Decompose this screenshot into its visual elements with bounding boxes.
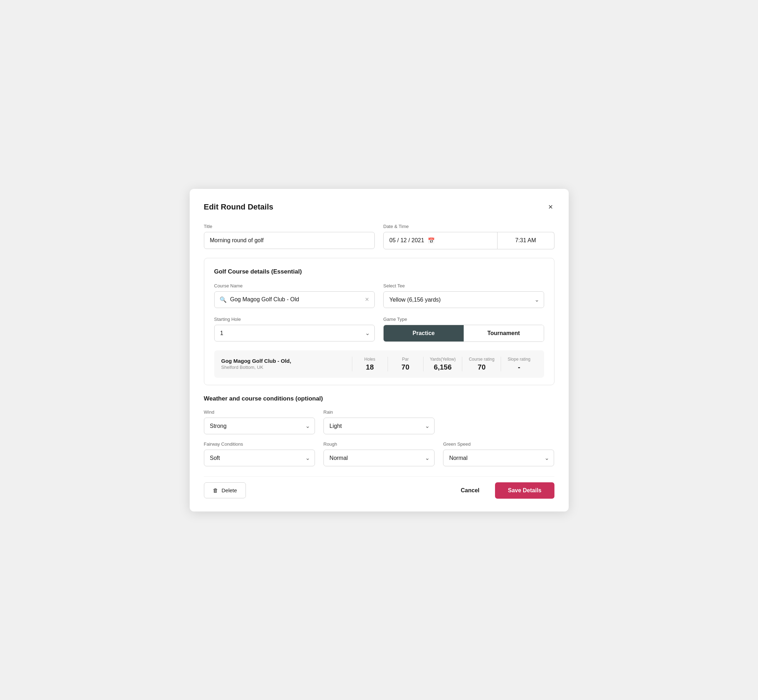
select-tee-label: Select Tee bbox=[383, 283, 544, 289]
course-info-name-block: Gog Magog Golf Club - Old, Shelford Bott… bbox=[221, 358, 352, 370]
starting-hole-group: Starting Hole 1 2 10 ⌄ bbox=[214, 317, 375, 342]
fairway-select-wrap: Soft Normal Hard ⌄ bbox=[204, 450, 315, 466]
select-tee-group: Select Tee Yellow (6,156 yards) White Re… bbox=[383, 283, 544, 308]
course-info-location: Shelford Bottom, UK bbox=[221, 364, 352, 370]
green-speed-group: Green Speed Slow Normal Fast ⌄ bbox=[443, 441, 554, 466]
datetime-group: Date & Time 05 / 12 / 2021 📅 7:31 AM bbox=[383, 224, 554, 249]
fairway-select[interactable]: Soft Normal Hard bbox=[204, 450, 315, 466]
par-stat: Par 70 bbox=[388, 357, 423, 371]
title-input[interactable] bbox=[204, 232, 375, 249]
golf-section-title: Golf Course details (Essential) bbox=[214, 268, 544, 275]
holes-value: 18 bbox=[366, 363, 374, 371]
holes-stat: Holes 18 bbox=[352, 357, 388, 371]
date-value: 05 / 12 / 2021 bbox=[389, 237, 424, 244]
fairway-label: Fairway Conditions bbox=[204, 441, 315, 447]
modal-title: Edit Round Details bbox=[204, 202, 274, 212]
course-rating-label: Course rating bbox=[469, 357, 494, 362]
search-icon: 🔍 bbox=[219, 296, 227, 303]
rough-select-wrap: Soft Normal Hard ⌄ bbox=[324, 450, 434, 466]
footer-row: 🗑 Delete Cancel Save Details bbox=[204, 476, 554, 499]
calendar-icon: 📅 bbox=[428, 237, 435, 244]
rough-label: Rough bbox=[324, 441, 434, 447]
delete-button[interactable]: 🗑 Delete bbox=[204, 482, 246, 498]
slope-rating-label: Slope rating bbox=[507, 357, 530, 362]
time-input-wrap[interactable]: 7:31 AM bbox=[498, 232, 554, 249]
time-value: 7:31 AM bbox=[515, 237, 536, 244]
footer-right: Cancel Save Details bbox=[454, 482, 554, 499]
weather-title: Weather and course conditions (optional) bbox=[204, 395, 554, 402]
wind-select-wrap: Light Normal Strong ⌄ bbox=[204, 417, 315, 434]
clear-icon[interactable]: ✕ bbox=[365, 296, 370, 303]
starting-hole-wrap: 1 2 10 ⌄ bbox=[214, 325, 375, 341]
starting-hole-label: Starting Hole bbox=[214, 317, 375, 322]
course-name-input[interactable] bbox=[230, 296, 362, 303]
rough-group: Rough Soft Normal Hard ⌄ bbox=[324, 441, 434, 466]
save-button[interactable]: Save Details bbox=[495, 482, 554, 499]
edit-round-modal: Edit Round Details × Title Date & Time 0… bbox=[190, 189, 568, 511]
rain-select-wrap: None Light Normal Heavy ⌄ bbox=[324, 417, 434, 434]
green-speed-select[interactable]: Slow Normal Fast bbox=[443, 450, 554, 466]
date-input-wrap[interactable]: 05 / 12 / 2021 📅 bbox=[383, 232, 498, 249]
hole-gametype-row: Starting Hole 1 2 10 ⌄ Game Type Practic… bbox=[214, 317, 544, 342]
title-group: Title bbox=[204, 224, 375, 249]
green-speed-label: Green Speed bbox=[443, 441, 554, 447]
rain-select[interactable]: None Light Normal Heavy bbox=[324, 417, 434, 434]
holes-label: Holes bbox=[365, 357, 376, 362]
wind-rain-row: Wind Light Normal Strong ⌄ Rain None Lig… bbox=[204, 409, 554, 434]
par-label: Par bbox=[402, 357, 409, 362]
wind-label: Wind bbox=[204, 409, 315, 415]
fairway-group: Fairway Conditions Soft Normal Hard ⌄ bbox=[204, 441, 315, 466]
yards-label: Yards(Yellow) bbox=[430, 357, 456, 362]
course-name-label: Course Name bbox=[214, 283, 375, 289]
game-type-group: Game Type Practice Tournament bbox=[383, 317, 544, 342]
rain-group: Rain None Light Normal Heavy ⌄ bbox=[324, 409, 434, 434]
trash-icon: 🗑 bbox=[213, 487, 218, 493]
select-tee-wrap: Yellow (6,156 yards) White Red ⌄ bbox=[383, 291, 544, 308]
course-info-name: Gog Magog Golf Club - Old, bbox=[221, 358, 352, 364]
green-speed-select-wrap: Slow Normal Fast ⌄ bbox=[443, 450, 554, 466]
wind-group: Wind Light Normal Strong ⌄ bbox=[204, 409, 315, 434]
cancel-button[interactable]: Cancel bbox=[454, 483, 487, 498]
modal-header: Edit Round Details × bbox=[204, 202, 554, 212]
wind-select[interactable]: Light Normal Strong bbox=[204, 417, 315, 434]
practice-button[interactable]: Practice bbox=[384, 325, 464, 341]
fairway-rough-green-row: Fairway Conditions Soft Normal Hard ⌄ Ro… bbox=[204, 441, 554, 466]
starting-hole-input[interactable]: 1 2 10 bbox=[214, 325, 375, 341]
course-info-row: Gog Magog Golf Club - Old, Shelford Bott… bbox=[214, 350, 544, 378]
select-tee-input[interactable]: Yellow (6,156 yards) White Red bbox=[383, 291, 544, 308]
course-rating-stat: Course rating 70 bbox=[462, 357, 501, 371]
course-search-wrap[interactable]: 🔍 ✕ bbox=[214, 291, 375, 308]
yards-stat: Yards(Yellow) 6,156 bbox=[423, 357, 462, 371]
slope-rating-stat: Slope rating - bbox=[501, 357, 537, 371]
rain-label: Rain bbox=[324, 409, 434, 415]
course-name-group: Course Name 🔍 ✕ bbox=[214, 283, 375, 308]
course-tee-row: Course Name 🔍 ✕ Select Tee Yellow (6,156… bbox=[214, 283, 544, 308]
close-button[interactable]: × bbox=[547, 202, 554, 212]
rough-select[interactable]: Soft Normal Hard bbox=[324, 450, 434, 466]
game-type-label: Game Type bbox=[383, 317, 544, 322]
slope-rating-value: - bbox=[518, 363, 520, 371]
par-value: 70 bbox=[401, 363, 409, 371]
tournament-button[interactable]: Tournament bbox=[464, 325, 544, 341]
yards-value: 6,156 bbox=[434, 363, 452, 371]
datetime-label: Date & Time bbox=[383, 224, 554, 229]
weather-section: Weather and course conditions (optional)… bbox=[204, 395, 554, 466]
delete-label: Delete bbox=[222, 487, 237, 493]
course-rating-value: 70 bbox=[478, 363, 485, 371]
date-time-row: 05 / 12 / 2021 📅 7:31 AM bbox=[383, 232, 554, 249]
golf-course-section: Golf Course details (Essential) Course N… bbox=[204, 258, 554, 385]
title-label: Title bbox=[204, 224, 375, 229]
title-datetime-row: Title Date & Time 05 / 12 / 2021 📅 7:31 … bbox=[204, 224, 554, 249]
game-type-toggle: Practice Tournament bbox=[383, 325, 544, 342]
